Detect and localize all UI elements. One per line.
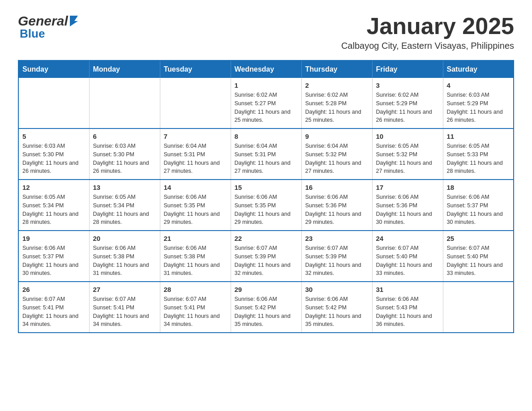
day-number: 10 [376, 133, 439, 140]
day-info: Sunrise: 6:03 AMSunset: 5:30 PMDaylight:… [93, 142, 156, 176]
day-number: 2 [305, 81, 369, 89]
day-number: 30 [305, 286, 369, 293]
calendar-cell: 16Sunrise: 6:06 AMSunset: 5:36 PMDayligh… [301, 180, 372, 231]
day-number: 1 [235, 81, 298, 89]
day-info: Sunrise: 6:02 AMSunset: 5:28 PMDaylight:… [305, 91, 369, 124]
calendar-cell: 10Sunrise: 6:05 AMSunset: 5:32 PMDayligh… [372, 128, 443, 180]
day-number: 12 [22, 184, 86, 191]
month-year-title: January 2025 [341, 13, 514, 39]
page-header: General Blue January 2025 Calbayog City,… [18, 13, 514, 51]
day-info: Sunrise: 6:06 AMSunset: 5:36 PMDaylight:… [376, 193, 439, 227]
day-of-week-header: Sunday [18, 60, 89, 78]
day-number: 5 [22, 133, 86, 140]
day-number: 31 [376, 286, 439, 293]
day-info: Sunrise: 6:03 AMSunset: 5:30 PMDaylight:… [22, 142, 86, 176]
calendar-cell: 19Sunrise: 6:06 AMSunset: 5:37 PMDayligh… [18, 231, 89, 282]
day-number: 26 [22, 286, 86, 293]
calendar-cell [160, 78, 231, 128]
day-number: 25 [447, 235, 510, 242]
day-of-week-header: Friday [372, 60, 443, 78]
calendar-cell: 7Sunrise: 6:04 AMSunset: 5:31 PMDaylight… [160, 128, 231, 180]
logo-blue: Blue [20, 27, 45, 40]
day-info: Sunrise: 6:06 AMSunset: 5:42 PMDaylight:… [305, 295, 369, 329]
day-info: Sunrise: 6:06 AMSunset: 5:38 PMDaylight:… [164, 244, 227, 278]
calendar-cell: 6Sunrise: 6:03 AMSunset: 5:30 PMDaylight… [89, 128, 160, 180]
day-number: 11 [447, 133, 510, 140]
calendar-cell: 8Sunrise: 6:04 AMSunset: 5:31 PMDaylight… [231, 128, 301, 180]
location-subtitle: Calbayog City, Eastern Visayas, Philippi… [341, 41, 514, 51]
calendar-cell: 14Sunrise: 6:06 AMSunset: 5:35 PMDayligh… [160, 180, 231, 231]
calendar-week-row: 5Sunrise: 6:03 AMSunset: 5:30 PMDaylight… [18, 128, 514, 180]
calendar-cell: 18Sunrise: 6:06 AMSunset: 5:37 PMDayligh… [443, 180, 514, 231]
day-number: 29 [235, 286, 298, 293]
day-info: Sunrise: 6:02 AMSunset: 5:29 PMDaylight:… [376, 91, 439, 124]
day-info: Sunrise: 6:06 AMSunset: 5:37 PMDaylight:… [22, 244, 86, 278]
day-number: 14 [164, 184, 227, 191]
day-info: Sunrise: 6:06 AMSunset: 5:42 PMDaylight:… [235, 295, 298, 329]
day-info: Sunrise: 6:04 AMSunset: 5:32 PMDaylight:… [305, 142, 369, 176]
day-info: Sunrise: 6:06 AMSunset: 5:43 PMDaylight:… [376, 295, 439, 329]
calendar-cell: 2Sunrise: 6:02 AMSunset: 5:28 PMDaylight… [301, 78, 372, 128]
day-info: Sunrise: 6:07 AMSunset: 5:40 PMDaylight:… [376, 244, 439, 278]
day-info: Sunrise: 6:06 AMSunset: 5:35 PMDaylight:… [235, 193, 298, 227]
day-number: 13 [93, 184, 156, 191]
day-info: Sunrise: 6:05 AMSunset: 5:34 PMDaylight:… [22, 193, 86, 227]
calendar-cell: 29Sunrise: 6:06 AMSunset: 5:42 PMDayligh… [231, 282, 301, 333]
day-info: Sunrise: 6:07 AMSunset: 5:39 PMDaylight:… [305, 244, 369, 278]
day-of-week-header: Wednesday [231, 60, 301, 78]
calendar-cell: 4Sunrise: 6:03 AMSunset: 5:29 PMDaylight… [443, 78, 514, 128]
day-of-week-header: Saturday [443, 60, 514, 78]
day-number: 7 [164, 133, 227, 140]
day-number: 22 [235, 235, 298, 242]
calendar-cell: 24Sunrise: 6:07 AMSunset: 5:40 PMDayligh… [372, 231, 443, 282]
day-number: 3 [376, 81, 439, 89]
day-info: Sunrise: 6:06 AMSunset: 5:36 PMDaylight:… [305, 193, 369, 227]
calendar-cell [89, 78, 160, 128]
day-of-week-header: Monday [89, 60, 160, 78]
calendar-cell: 13Sunrise: 6:05 AMSunset: 5:34 PMDayligh… [89, 180, 160, 231]
calendar-cell [443, 282, 514, 333]
calendar-header-row: SundayMondayTuesdayWednesdayThursdayFrid… [18, 60, 514, 78]
day-number: 18 [447, 184, 510, 191]
calendar-cell: 9Sunrise: 6:04 AMSunset: 5:32 PMDaylight… [301, 128, 372, 180]
calendar-week-row: 26Sunrise: 6:07 AMSunset: 5:41 PMDayligh… [18, 282, 514, 333]
calendar-cell: 30Sunrise: 6:06 AMSunset: 5:42 PMDayligh… [301, 282, 372, 333]
day-of-week-header: Thursday [301, 60, 372, 78]
day-info: Sunrise: 6:03 AMSunset: 5:29 PMDaylight:… [447, 91, 510, 124]
logo: General Blue [18, 13, 79, 41]
calendar-cell: 27Sunrise: 6:07 AMSunset: 5:41 PMDayligh… [89, 282, 160, 333]
day-info: Sunrise: 6:02 AMSunset: 5:27 PMDaylight:… [235, 91, 298, 124]
calendar-cell: 20Sunrise: 6:06 AMSunset: 5:38 PMDayligh… [89, 231, 160, 282]
calendar-week-row: 19Sunrise: 6:06 AMSunset: 5:37 PMDayligh… [18, 231, 514, 282]
day-number: 16 [305, 184, 369, 191]
calendar-cell: 22Sunrise: 6:07 AMSunset: 5:39 PMDayligh… [231, 231, 301, 282]
calendar-cell: 28Sunrise: 6:07 AMSunset: 5:41 PMDayligh… [160, 282, 231, 333]
day-number: 27 [93, 286, 156, 293]
day-of-week-header: Tuesday [160, 60, 231, 78]
day-number: 23 [305, 235, 369, 242]
svg-marker-0 [70, 16, 78, 26]
day-info: Sunrise: 6:05 AMSunset: 5:33 PMDaylight:… [447, 142, 510, 176]
calendar-cell: 17Sunrise: 6:06 AMSunset: 5:36 PMDayligh… [372, 180, 443, 231]
calendar-cell: 3Sunrise: 6:02 AMSunset: 5:29 PMDaylight… [372, 78, 443, 128]
day-info: Sunrise: 6:06 AMSunset: 5:37 PMDaylight:… [447, 193, 510, 227]
day-info: Sunrise: 6:07 AMSunset: 5:41 PMDaylight:… [93, 295, 156, 329]
calendar-cell: 23Sunrise: 6:07 AMSunset: 5:39 PMDayligh… [301, 231, 372, 282]
calendar-cell: 21Sunrise: 6:06 AMSunset: 5:38 PMDayligh… [160, 231, 231, 282]
day-number: 4 [447, 81, 510, 89]
logo-general: General [18, 13, 68, 29]
day-info: Sunrise: 6:05 AMSunset: 5:32 PMDaylight:… [376, 142, 439, 176]
day-info: Sunrise: 6:07 AMSunset: 5:41 PMDaylight:… [22, 295, 86, 329]
logo-flag-icon [69, 14, 79, 26]
calendar-table: SundayMondayTuesdayWednesdayThursdayFrid… [18, 60, 514, 333]
calendar-week-row: 1Sunrise: 6:02 AMSunset: 5:27 PMDaylight… [18, 78, 514, 128]
day-number: 15 [235, 184, 298, 191]
day-number: 20 [93, 235, 156, 242]
calendar-cell: 26Sunrise: 6:07 AMSunset: 5:41 PMDayligh… [18, 282, 89, 333]
calendar-cell: 5Sunrise: 6:03 AMSunset: 5:30 PMDaylight… [18, 128, 89, 180]
title-area: January 2025 Calbayog City, Eastern Visa… [341, 13, 514, 51]
day-info: Sunrise: 6:04 AMSunset: 5:31 PMDaylight:… [164, 142, 227, 176]
calendar-cell [18, 78, 89, 128]
day-number: 19 [22, 235, 86, 242]
day-info: Sunrise: 6:07 AMSunset: 5:41 PMDaylight:… [164, 295, 227, 329]
